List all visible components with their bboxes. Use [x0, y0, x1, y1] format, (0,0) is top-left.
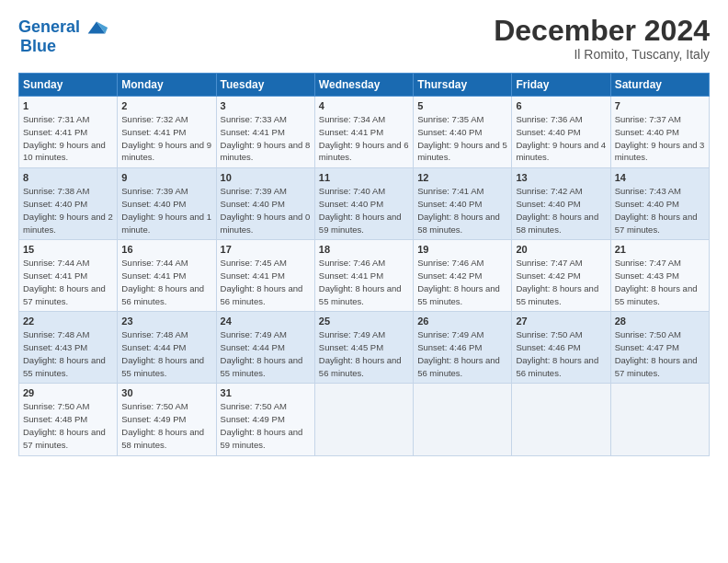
- day-number: 8: [23, 172, 113, 183]
- calendar: SundayMondayTuesdayWednesdayThursdayFrid…: [18, 73, 710, 455]
- day-number: 2: [121, 100, 211, 111]
- week-row-3: 15Sunrise: 7:44 AMSunset: 4:41 PMDayligh…: [19, 240, 710, 312]
- calendar-cell: [314, 384, 413, 455]
- calendar-cell: 10Sunrise: 7:39 AMSunset: 4:40 PMDayligh…: [216, 168, 314, 240]
- calendar-cell: 29Sunrise: 7:50 AMSunset: 4:48 PMDayligh…: [19, 384, 118, 455]
- calendar-cell: 26Sunrise: 7:49 AMSunset: 4:46 PMDayligh…: [414, 312, 512, 384]
- logo-text: General: [18, 18, 80, 37]
- title-block: December 2024 Il Romito, Tuscany, Italy: [494, 15, 710, 62]
- calendar-cell: 28Sunrise: 7:50 AMSunset: 4:47 PMDayligh…: [610, 312, 709, 384]
- day-number: 25: [319, 316, 409, 327]
- col-header-saturday: Saturday: [610, 74, 709, 97]
- day-info: Sunrise: 7:49 AMSunset: 4:45 PMDaylight:…: [319, 328, 409, 379]
- calendar-cell: 17Sunrise: 7:45 AMSunset: 4:41 PMDayligh…: [216, 240, 314, 312]
- day-number: 3: [221, 100, 311, 111]
- day-info: Sunrise: 7:39 AMSunset: 4:40 PMDaylight:…: [121, 185, 211, 236]
- col-header-wednesday: Wednesday: [314, 74, 413, 97]
- day-info: Sunrise: 7:38 AMSunset: 4:40 PMDaylight:…: [23, 185, 113, 236]
- week-row-1: 1Sunrise: 7:31 AMSunset: 4:41 PMDaylight…: [19, 97, 710, 168]
- calendar-cell: 11Sunrise: 7:40 AMSunset: 4:40 PMDayligh…: [314, 168, 413, 240]
- calendar-cell: 31Sunrise: 7:50 AMSunset: 4:49 PMDayligh…: [216, 384, 314, 455]
- day-info: Sunrise: 7:42 AMSunset: 4:40 PMDaylight:…: [516, 185, 606, 236]
- calendar-cell: 13Sunrise: 7:42 AMSunset: 4:40 PMDayligh…: [512, 168, 610, 240]
- calendar-cell: 3Sunrise: 7:33 AMSunset: 4:41 PMDaylight…: [216, 97, 314, 168]
- day-number: 16: [121, 244, 211, 255]
- location: Il Romito, Tuscany, Italy: [494, 47, 710, 62]
- day-number: 4: [319, 100, 409, 111]
- day-info: Sunrise: 7:50 AMSunset: 4:48 PMDaylight:…: [23, 400, 113, 451]
- calendar-cell: 18Sunrise: 7:46 AMSunset: 4:41 PMDayligh…: [314, 240, 413, 312]
- col-header-friday: Friday: [512, 74, 610, 97]
- calendar-cell: 8Sunrise: 7:38 AMSunset: 4:40 PMDaylight…: [19, 168, 118, 240]
- calendar-cell: 12Sunrise: 7:41 AMSunset: 4:40 PMDayligh…: [414, 168, 512, 240]
- calendar-cell: 19Sunrise: 7:46 AMSunset: 4:42 PMDayligh…: [414, 240, 512, 312]
- col-header-thursday: Thursday: [414, 74, 512, 97]
- month-title: December 2024: [494, 15, 710, 47]
- calendar-cell: 2Sunrise: 7:32 AMSunset: 4:41 PMDaylight…: [118, 97, 216, 168]
- header: General Blue December 2024 Il Romito, Tu…: [18, 15, 710, 62]
- calendar-cell: 4Sunrise: 7:34 AMSunset: 4:41 PMDaylight…: [314, 97, 413, 168]
- calendar-cell: 14Sunrise: 7:43 AMSunset: 4:40 PMDayligh…: [610, 168, 709, 240]
- day-info: Sunrise: 7:41 AMSunset: 4:40 PMDaylight:…: [417, 185, 507, 236]
- day-number: 30: [121, 387, 211, 398]
- day-number: 1: [23, 100, 113, 111]
- calendar-cell: [610, 384, 709, 455]
- calendar-cell: 6Sunrise: 7:36 AMSunset: 4:40 PMDaylight…: [512, 97, 610, 168]
- day-number: 20: [516, 244, 606, 255]
- day-number: 10: [221, 172, 311, 183]
- day-info: Sunrise: 7:35 AMSunset: 4:40 PMDaylight:…: [417, 113, 507, 164]
- day-info: Sunrise: 7:37 AMSunset: 4:40 PMDaylight:…: [615, 113, 705, 164]
- day-info: Sunrise: 7:39 AMSunset: 4:40 PMDaylight:…: [221, 185, 311, 236]
- calendar-cell: 22Sunrise: 7:48 AMSunset: 4:43 PMDayligh…: [19, 312, 118, 384]
- col-header-sunday: Sunday: [19, 74, 118, 97]
- day-info: Sunrise: 7:48 AMSunset: 4:44 PMDaylight:…: [121, 328, 211, 379]
- calendar-cell: 15Sunrise: 7:44 AMSunset: 4:41 PMDayligh…: [19, 240, 118, 312]
- day-number: 23: [121, 316, 211, 327]
- week-row-4: 22Sunrise: 7:48 AMSunset: 4:43 PMDayligh…: [19, 312, 710, 384]
- week-row-5: 29Sunrise: 7:50 AMSunset: 4:48 PMDayligh…: [19, 384, 710, 455]
- day-number: 12: [417, 172, 507, 183]
- day-info: Sunrise: 7:45 AMSunset: 4:41 PMDaylight:…: [221, 257, 311, 307]
- day-info: Sunrise: 7:47 AMSunset: 4:43 PMDaylight:…: [615, 257, 705, 307]
- day-info: Sunrise: 7:33 AMSunset: 4:41 PMDaylight:…: [221, 113, 311, 164]
- day-info: Sunrise: 7:44 AMSunset: 4:41 PMDaylight:…: [121, 257, 211, 307]
- calendar-cell: [414, 384, 512, 455]
- calendar-cell: 25Sunrise: 7:49 AMSunset: 4:45 PMDayligh…: [314, 312, 413, 384]
- day-info: Sunrise: 7:50 AMSunset: 4:47 PMDaylight:…: [615, 328, 705, 379]
- calendar-cell: 27Sunrise: 7:50 AMSunset: 4:46 PMDayligh…: [512, 312, 610, 384]
- day-info: Sunrise: 7:34 AMSunset: 4:41 PMDaylight:…: [319, 113, 409, 164]
- day-number: 17: [221, 244, 311, 255]
- day-info: Sunrise: 7:31 AMSunset: 4:41 PMDaylight:…: [23, 113, 113, 164]
- day-info: Sunrise: 7:32 AMSunset: 4:41 PMDaylight:…: [121, 113, 211, 164]
- day-info: Sunrise: 7:47 AMSunset: 4:42 PMDaylight:…: [516, 257, 606, 307]
- calendar-cell: 16Sunrise: 7:44 AMSunset: 4:41 PMDayligh…: [118, 240, 216, 312]
- calendar-cell: 1Sunrise: 7:31 AMSunset: 4:41 PMDaylight…: [19, 97, 118, 168]
- day-number: 19: [417, 244, 507, 255]
- day-info: Sunrise: 7:40 AMSunset: 4:40 PMDaylight:…: [319, 185, 409, 236]
- day-number: 31: [221, 387, 311, 398]
- calendar-header-row: SundayMondayTuesdayWednesdayThursdayFrid…: [19, 74, 710, 97]
- col-header-monday: Monday: [118, 74, 216, 97]
- day-info: Sunrise: 7:49 AMSunset: 4:46 PMDaylight:…: [417, 328, 507, 379]
- day-number: 22: [23, 316, 113, 327]
- day-number: 21: [615, 244, 705, 255]
- calendar-cell: 24Sunrise: 7:49 AMSunset: 4:44 PMDayligh…: [216, 312, 314, 384]
- calendar-cell: 7Sunrise: 7:37 AMSunset: 4:40 PMDaylight…: [610, 97, 709, 168]
- day-number: 27: [516, 316, 606, 327]
- day-info: Sunrise: 7:46 AMSunset: 4:42 PMDaylight:…: [417, 257, 507, 307]
- calendar-cell: [512, 384, 610, 455]
- page-container: General Blue December 2024 Il Romito, Tu…: [0, 0, 728, 465]
- day-number: 14: [615, 172, 705, 183]
- day-number: 28: [615, 316, 705, 327]
- day-info: Sunrise: 7:48 AMSunset: 4:43 PMDaylight:…: [23, 328, 113, 379]
- day-number: 29: [23, 387, 113, 398]
- calendar-cell: 20Sunrise: 7:47 AMSunset: 4:42 PMDayligh…: [512, 240, 610, 312]
- day-number: 18: [319, 244, 409, 255]
- day-info: Sunrise: 7:50 AMSunset: 4:46 PMDaylight:…: [516, 328, 606, 379]
- calendar-cell: 23Sunrise: 7:48 AMSunset: 4:44 PMDayligh…: [118, 312, 216, 384]
- week-row-2: 8Sunrise: 7:38 AMSunset: 4:40 PMDaylight…: [19, 168, 710, 240]
- day-number: 7: [615, 100, 705, 111]
- calendar-cell: 9Sunrise: 7:39 AMSunset: 4:40 PMDaylight…: [118, 168, 216, 240]
- day-number: 6: [516, 100, 606, 111]
- day-info: Sunrise: 7:36 AMSunset: 4:40 PMDaylight:…: [516, 113, 606, 164]
